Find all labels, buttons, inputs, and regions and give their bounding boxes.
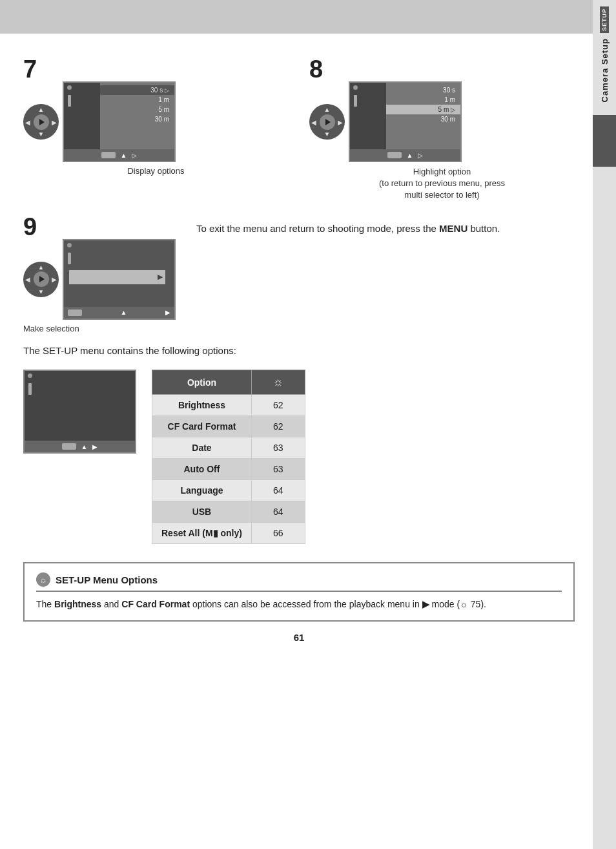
table-header-page: ☼ bbox=[251, 370, 305, 395]
opts-cam-pen bbox=[28, 383, 32, 395]
dpad-down-arrow-7: ▼ bbox=[38, 131, 45, 138]
note-icon: ☼ bbox=[36, 572, 50, 587]
table-row: Language64 bbox=[152, 480, 305, 501]
dpad-down-arrow-9: ▼ bbox=[38, 288, 45, 295]
dpad-8: ▲ ▼ ◀ ▶ bbox=[309, 104, 345, 140]
opts-cam-up-arrow: ▲ bbox=[81, 443, 88, 450]
table-cell-option: USB bbox=[152, 501, 252, 523]
sidebar-setup-label: SETUP bbox=[600, 6, 609, 33]
note-sun-icon: ☼ bbox=[39, 575, 47, 585]
options-section: ▲ ▶ Option ☼ Brightness62CF Car bbox=[23, 370, 575, 544]
cam-7-bottom-bar: ▲ ▷ bbox=[64, 149, 174, 161]
cam-8-top-left bbox=[353, 85, 358, 107]
table-row: Date63 bbox=[152, 437, 305, 459]
table-cell-option: CF Card Format bbox=[152, 416, 252, 437]
cam-8-menu-item-4: 30 m bbox=[386, 114, 460, 124]
cam-7-bottom-icon-left bbox=[101, 152, 116, 158]
sidebar-tab: SETUP Camera Setup bbox=[593, 0, 616, 849]
dpad-left-arrow-7: ◀ bbox=[25, 118, 30, 125]
dpad-up-arrow-7: ▲ bbox=[38, 106, 45, 113]
table-cell-page: 64 bbox=[251, 480, 305, 501]
cam-9-dot bbox=[67, 243, 72, 247]
table-row: Brightness62 bbox=[152, 395, 305, 416]
cam-7-menu-item-3: 5 m bbox=[100, 105, 174, 114]
table-cell-page: 62 bbox=[251, 416, 305, 437]
dpad-left-arrow-9: ◀ bbox=[25, 276, 30, 283]
dpad-down-arrow-8: ▼ bbox=[324, 131, 331, 138]
cam-7-top-left bbox=[67, 85, 72, 107]
table-header-option: Option bbox=[152, 370, 252, 395]
dpad-right-arrow-7: ▶ bbox=[52, 118, 57, 125]
opts-cam-dot bbox=[28, 373, 32, 378]
cam-7-menu-item-1: 30 s ▷ bbox=[100, 85, 174, 95]
table-row: Auto Off63 bbox=[152, 459, 305, 480]
step-7-block: 7 ▲ ▼ ◀ ▶ bbox=[23, 57, 289, 202]
dpad-play-icon-9 bbox=[39, 276, 45, 282]
dpad-outer-9: ▲ ▼ ◀ ▶ bbox=[23, 262, 59, 297]
cam-9-bottom-bar: ▲ ▶ bbox=[64, 307, 174, 319]
dpad-outer-7: ▲ ▼ ◀ ▶ bbox=[23, 104, 59, 140]
dpad-right-arrow-9: ▶ bbox=[52, 276, 57, 283]
cam-7-bottom-arrow-right: ▷ bbox=[132, 152, 137, 159]
cam-9-top-left bbox=[67, 243, 72, 264]
note-sun-icon-2: ☼ bbox=[460, 599, 468, 609]
cam-8-menu-item-1: 30 s bbox=[386, 85, 460, 95]
step-8-dpad: ▲ ▼ ◀ ▶ bbox=[309, 104, 345, 140]
page-number: 61 bbox=[23, 632, 575, 643]
step-8-image-row: ▲ ▼ ◀ ▶ bbox=[309, 81, 575, 162]
dpad-play-icon-8 bbox=[325, 119, 331, 125]
note-brightness-bold: Brightness bbox=[54, 599, 101, 609]
cam-7-menu-item-4: 30 m bbox=[100, 114, 174, 124]
step-9-number: 9 bbox=[23, 215, 37, 239]
menu-bold: MENU bbox=[439, 223, 467, 234]
step-7-caption: Display options bbox=[23, 166, 289, 176]
step-8-caption: Highlight option (to return to previous … bbox=[309, 166, 575, 202]
cam-7-menu: 30 s ▷ 1 m 5 m 30 m bbox=[100, 83, 174, 149]
table-cell-page: 66 bbox=[251, 523, 305, 544]
sidebar-camera-setup-label: Camera Setup bbox=[600, 38, 610, 102]
cam-9-bottom-up: ▲ bbox=[121, 309, 127, 316]
step-7-dpad: ▲ ▼ ◀ ▶ bbox=[23, 104, 59, 140]
cam-9-selection-bar: ▶ bbox=[69, 270, 165, 284]
opts-cam-bottom-left bbox=[62, 443, 76, 450]
step-9-block: 9 ▲ ▼ ◀ ▶ bbox=[23, 215, 176, 333]
cam-7-dot bbox=[67, 85, 72, 90]
opts-cam-bottom-bar: ▲ ▶ bbox=[25, 441, 135, 452]
options-table: Option ☼ Brightness62CF Card Format62Dat… bbox=[152, 370, 305, 544]
cam-8-bottom-bar: ▲ ▷ bbox=[350, 149, 460, 161]
table-row: CF Card Format62 bbox=[152, 416, 305, 437]
sun-icon-header: ☼ bbox=[273, 375, 284, 388]
step-7-screen: 30 s ▷ 1 m 5 m 30 m ▲ ▷ bbox=[63, 81, 176, 162]
note-play-mode-icon: ▶ bbox=[422, 599, 429, 609]
table-cell-page: 63 bbox=[251, 459, 305, 480]
steps-78-row: 7 ▲ ▼ ◀ ▶ bbox=[23, 57, 575, 202]
dpad-inner-8 bbox=[320, 114, 335, 130]
dpad-7: ▲ ▼ ◀ ▶ bbox=[23, 104, 59, 140]
step-7-number: 7 bbox=[23, 57, 289, 81]
table-cell-option: Date bbox=[152, 437, 252, 459]
dpad-9: ▲ ▼ ◀ ▶ bbox=[23, 262, 59, 297]
step-9-image-row: ▲ ▼ ◀ ▶ bbox=[23, 239, 176, 320]
dpad-left-arrow-8: ◀ bbox=[311, 118, 316, 125]
table-cell-page: 63 bbox=[251, 437, 305, 459]
dpad-inner-9 bbox=[34, 271, 49, 287]
cam-7-menu-item-2: 1 m bbox=[100, 95, 174, 105]
note-body-text: The Brightness and CF Card Format option… bbox=[36, 597, 562, 611]
table-row: Reset All (M▮ only)66 bbox=[152, 523, 305, 544]
note-title-row: ☼ SET-UP Menu Options bbox=[36, 572, 562, 592]
step-8-block: 8 ▲ ▼ ◀ ▶ bbox=[309, 57, 575, 202]
cam-7-pen bbox=[68, 95, 71, 107]
setup-menu-intro-text: The SET-UP menu contains the following o… bbox=[23, 344, 575, 359]
dpad-outer-8: ▲ ▼ ◀ ▶ bbox=[309, 104, 345, 140]
step-9-row: 9 ▲ ▼ ◀ ▶ bbox=[23, 215, 575, 333]
dpad-up-arrow-9: ▲ bbox=[38, 264, 45, 271]
step-9-caption: Make selection bbox=[23, 324, 79, 333]
cam-8-bottom-icon-left bbox=[387, 152, 402, 158]
table-row: USB64 bbox=[152, 501, 305, 523]
options-screen-preview: ▲ ▶ bbox=[23, 370, 136, 454]
table-cell-option: Brightness bbox=[152, 395, 252, 416]
table-cell-option: Auto Off bbox=[152, 459, 252, 480]
cam-9-pen bbox=[68, 253, 71, 264]
opts-cam-right-arrow: ▶ bbox=[92, 443, 98, 450]
cam-7-bottom-arrow-up: ▲ bbox=[121, 152, 127, 159]
